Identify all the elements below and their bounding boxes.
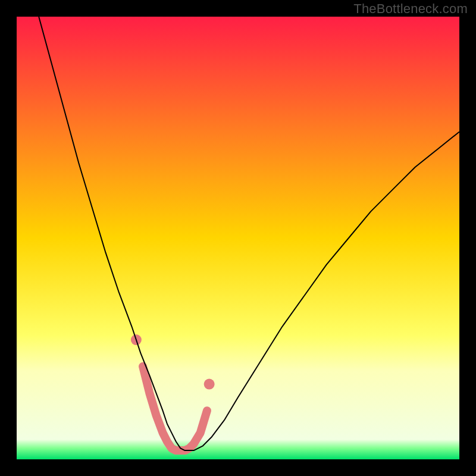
svg-rect-0 <box>17 17 459 459</box>
watermark-text: TheBottleneck.com <box>353 1 468 17</box>
chart-frame: TheBottleneck.com <box>0 0 476 476</box>
highlight-endpoints <box>204 379 215 390</box>
plot-area <box>17 17 459 459</box>
chart-svg <box>17 17 459 459</box>
